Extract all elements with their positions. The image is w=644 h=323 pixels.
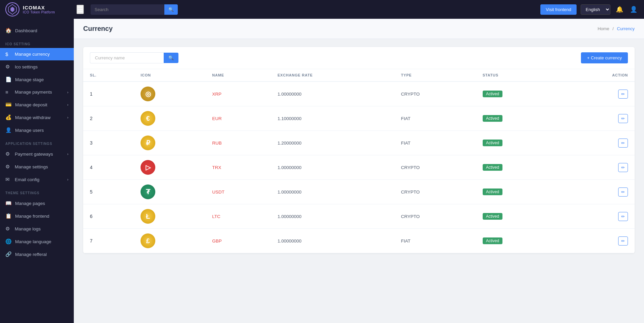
cell-name: EUR	[205, 106, 271, 131]
sidebar-item-ico-settings[interactable]: ⚙ Ico settings	[0, 60, 74, 73]
language-select[interactable]: English French Spanish	[581, 4, 610, 15]
table-row: 4 ▷ TRX 1.00000000 CRYPTO Actived ✏	[83, 155, 635, 180]
table-row: 1 ◎ XRP 1.00000000 CRYPTO Actived ✏	[83, 82, 635, 106]
sidebar-item-manage-logs[interactable]: ⚙ Manage logs	[0, 222, 74, 235]
frontend-icon: 📋	[5, 213, 12, 219]
sidebar-item-manage-pages[interactable]: 📖 Manage pages	[0, 197, 74, 210]
visit-frontend-button[interactable]: Visit frontend	[540, 4, 577, 15]
sidebar-item-email-config[interactable]: ✉ Email config ›	[0, 173, 74, 186]
page-title: Currency	[83, 25, 113, 33]
sidebar-item-payment-gateways[interactable]: ⚙ Payment gateways ›	[0, 148, 74, 160]
edit-button[interactable]: ✏	[618, 90, 628, 99]
cell-type: FIAT	[394, 106, 476, 131]
book-icon: 📖	[5, 200, 12, 206]
cell-icon: ₮	[134, 180, 205, 204]
edit-button[interactable]: ✏	[618, 187, 628, 197]
user-icon: 👤	[5, 127, 12, 133]
logs-icon: ⚙	[5, 226, 11, 232]
globe-icon: 🌐	[5, 238, 12, 245]
cell-status: Actived	[476, 131, 560, 155]
col-name: NAME	[205, 69, 271, 82]
cell-sl: 5	[83, 180, 134, 204]
coin-icon: Ł	[141, 209, 155, 224]
sidebar-item-manage-users[interactable]: 👤 Manage users	[0, 124, 74, 137]
cell-name: RUB	[205, 131, 271, 155]
cell-exchange-rate: 1.10000000	[271, 106, 394, 131]
sidebar-item-dashboard[interactable]: 🏠 Dashboard	[0, 24, 74, 37]
sidebar-item-label: Dashboard	[15, 28, 37, 33]
sidebar-item-manage-currency[interactable]: $ Manage currency	[0, 48, 74, 60]
cell-name: XRP	[205, 82, 271, 106]
logo-area: ICOMAX ICO Token Platform	[5, 2, 72, 16]
sidebar-item-manage-referral[interactable]: 🔗 Manage refferal	[0, 248, 74, 261]
search-input[interactable]	[91, 4, 164, 15]
sidebar-item-manage-settings[interactable]: ⚙ Manage settings	[0, 160, 74, 173]
sidebar-item-label: Manage stage	[15, 77, 44, 82]
layout: 🏠 Dashboard ICO SETTING $ Manage currenc…	[0, 19, 644, 323]
sidebar-item-manage-language[interactable]: 🌐 Manage language	[0, 235, 74, 248]
edit-button[interactable]: ✏	[618, 212, 628, 221]
cell-action: ✏	[560, 229, 635, 253]
cell-status: Actived	[476, 204, 560, 229]
notifications-button[interactable]: 🔔	[614, 4, 625, 14]
cell-type: FIAT	[394, 131, 476, 155]
currency-search-button[interactable]: 🔍	[164, 53, 178, 63]
sidebar-item-label: Manage pages	[15, 201, 45, 206]
sidebar-item-manage-deposit[interactable]: 💳 Manage deposit ›	[0, 98, 74, 111]
search-filter: 🔍	[90, 52, 178, 63]
page-header: Currency Home / Currency	[74, 19, 644, 39]
cell-name: USDT	[205, 180, 271, 204]
cell-type: CRYPTO	[394, 155, 476, 180]
col-exchange-rate: EXCHANGE RATE	[271, 69, 394, 82]
email-icon: ✉	[5, 176, 11, 182]
col-type: TYPE	[394, 69, 476, 82]
edit-button[interactable]: ✏	[618, 236, 628, 246]
chevron-right-icon: ›	[67, 103, 68, 107]
sidebar-item-label: Manage settings	[15, 164, 48, 169]
status-badge: Actived	[483, 140, 502, 146]
coin-icon: ₽	[141, 136, 155, 150]
cell-status: Actived	[476, 106, 560, 131]
cell-sl: 4	[83, 155, 134, 180]
cell-name: GBP	[205, 229, 271, 253]
application-settings-section: APPLICATION SETTINGS	[0, 137, 74, 148]
cell-sl: 6	[83, 204, 134, 229]
hamburger-button[interactable]: ☰	[76, 5, 84, 14]
cell-type: CRYPTO	[394, 82, 476, 106]
sidebar-item-label: Manage withdraw	[15, 115, 51, 120]
chevron-right-icon: ›	[67, 115, 68, 119]
sidebar-item-manage-withdraw[interactable]: 💰 Manage withdraw ›	[0, 111, 74, 124]
status-badge: Actived	[483, 213, 502, 220]
cell-status: Actived	[476, 82, 560, 106]
sidebar-item-manage-stage[interactable]: 📄 Manage stage	[0, 73, 74, 86]
edit-button[interactable]: ✏	[618, 139, 628, 148]
cell-icon: ◎	[134, 82, 205, 106]
table-row: 5 ₮ USDT 1.00000000 CRYPTO Actived ✏	[83, 180, 635, 204]
coin-icon: ▷	[141, 160, 155, 175]
currency-search-input[interactable]	[90, 52, 164, 63]
sidebar-item-label: Manage refferal	[15, 252, 47, 257]
cell-action: ✏	[560, 204, 635, 229]
cell-icon: ▷	[134, 155, 205, 180]
theme-settings-section: THEME SETTINGS	[0, 186, 74, 197]
cell-exchange-rate: 1.20000000	[271, 131, 394, 155]
search-button[interactable]: 🔍	[164, 4, 178, 15]
breadcrumb: Home / Currency	[598, 26, 635, 31]
sidebar-item-label: Manage logs	[15, 226, 41, 231]
list-icon: ≡	[5, 89, 11, 95]
cell-type: FIAT	[394, 229, 476, 253]
coin-icon: ◎	[141, 87, 155, 101]
breadcrumb-home[interactable]: Home	[598, 26, 609, 31]
breadcrumb-current: Currency	[617, 26, 635, 31]
create-currency-button[interactable]: + Create currency	[581, 52, 628, 63]
breadcrumb-separator: /	[612, 26, 614, 31]
sidebar-item-manage-payments[interactable]: ≡ Manage payments ›	[0, 86, 74, 98]
sidebar-item-manage-frontend[interactable]: 📋 Manage frontend	[0, 210, 74, 222]
cell-exchange-rate: 1.00000000	[271, 155, 394, 180]
chevron-right-icon: ›	[67, 177, 68, 181]
edit-button[interactable]: ✏	[618, 114, 628, 123]
sidebar-item-label: Ico settings	[15, 64, 38, 69]
profile-button[interactable]: 👤	[629, 4, 639, 14]
edit-button[interactable]: ✏	[618, 163, 628, 172]
cell-action: ✏	[560, 82, 635, 106]
